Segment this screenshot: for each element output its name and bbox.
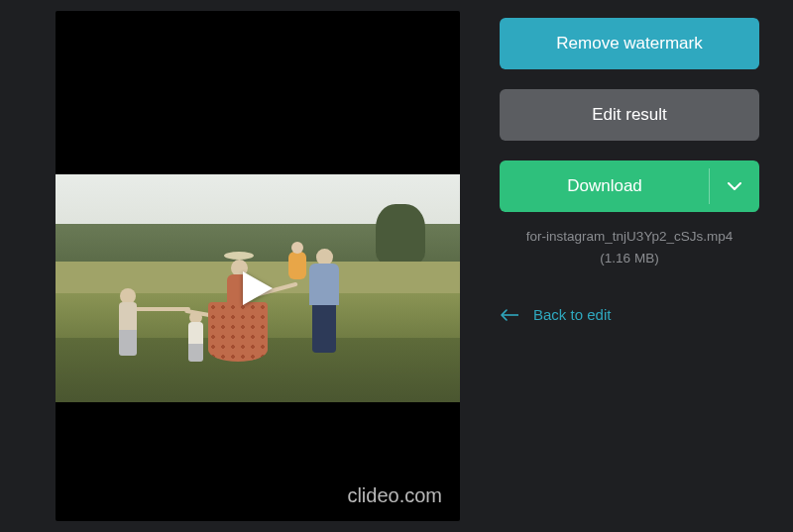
edit-result-button[interactable]: Edit result [500,89,759,141]
chevron-down-icon[interactable] [710,160,759,212]
play-icon[interactable] [238,268,278,308]
file-size: (1.16 MB) [500,248,759,269]
download-button-label: Download [567,176,642,196]
download-button[interactable]: Download [500,160,759,212]
video-frame[interactable]: clideo.com [56,11,460,521]
file-name: for-instagram_tnjU3Yp2_cSJs.mp4 [500,226,759,248]
watermark-text: clideo.com [347,484,442,507]
arrow-left-icon [500,309,519,321]
video-thumbnail [56,174,460,402]
svg-marker-0 [243,271,273,305]
back-to-edit-link[interactable]: Back to edit [500,306,759,323]
remove-watermark-button[interactable]: Remove watermark [500,18,759,69]
file-info: for-instagram_tnjU3Yp2_cSJs.mp4 (1.16 MB… [500,226,759,268]
preview-area: clideo.com [0,0,466,532]
side-panel: Remove watermark Edit result Download fo… [466,0,793,532]
back-label: Back to edit [533,306,611,323]
